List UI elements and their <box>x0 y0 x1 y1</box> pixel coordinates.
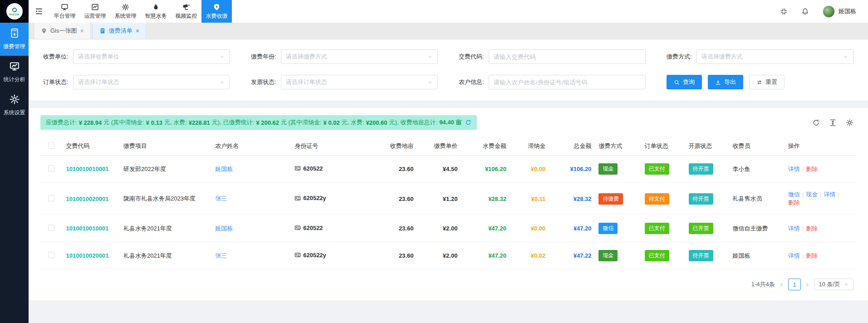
row-checkbox[interactable] <box>48 252 54 258</box>
filter-select[interactable]: 请选择缴费方式 <box>281 49 438 64</box>
page-number-button[interactable]: 1 <box>788 279 801 290</box>
action-link[interactable]: 现金 <box>806 191 818 198</box>
action-delete[interactable]: 删除 <box>806 166 818 172</box>
nav-item[interactable]: 平台管理 <box>49 0 80 23</box>
action-separator: | <box>820 191 821 198</box>
download-button[interactable]: 导出 <box>708 75 743 89</box>
refresh-summary-icon[interactable] <box>465 119 471 126</box>
action-delete[interactable]: 删除 <box>806 252 818 259</box>
column-header: 总金额 <box>549 137 595 156</box>
tab[interactable]: Gis一张图× <box>34 23 91 39</box>
filter-select[interactable]: 请选择订单状态 <box>73 75 230 89</box>
row-checkbox[interactable] <box>48 225 54 231</box>
summary-segment: ¥ 0.02 <box>324 119 340 126</box>
filter-field: 发票状态:请选择订单状态 <box>251 75 438 89</box>
late-fee-value: ¥0.00 <box>531 166 546 172</box>
action-link[interactable]: 详情 <box>788 252 800 259</box>
search-button[interactable]: 查询 <box>667 75 702 89</box>
filter-select[interactable]: 请选择订单状态 <box>281 75 438 89</box>
area-value: 23.60 <box>399 252 414 259</box>
farmer-name-link[interactable]: 姬国栋 <box>215 225 233 232</box>
sidebar-item[interactable]: 缴费管理 <box>0 23 29 56</box>
id-card-icon <box>294 225 301 231</box>
logo-swirl-icon <box>11 7 18 13</box>
fullscreen-icon[interactable] <box>780 8 788 15</box>
select-all-checkbox[interactable] <box>48 142 54 149</box>
sidebar-item[interactable]: 统计分析 <box>0 56 29 89</box>
close-icon[interactable]: × <box>136 27 139 34</box>
unit-price-value: ¥1.20 <box>443 196 458 202</box>
reset-button[interactable]: 重置 <box>749 75 785 89</box>
chevron-down-icon <box>843 54 848 60</box>
filter-label: 交费代码: <box>459 53 484 61</box>
logo-circle: RIEON <box>6 3 23 20</box>
row-checkbox[interactable] <box>48 165 54 171</box>
nav-item[interactable]: 智慧水务 <box>141 0 171 23</box>
filter-input[interactable] <box>489 75 646 89</box>
water-amount-value: ¥47.20 <box>488 252 506 259</box>
farmer-name-link[interactable]: 张三 <box>215 195 227 202</box>
collector-name: 微信自主缴费 <box>733 225 768 232</box>
row-checkbox[interactable] <box>48 195 54 201</box>
action-link[interactable]: 详情 <box>824 191 836 198</box>
total-amount-value: ¥47.22 <box>574 252 592 259</box>
filter-label: 发票状态: <box>251 78 276 86</box>
select-placeholder: 请选择订单状态 <box>286 78 327 86</box>
order-status-badge: 已支付 <box>645 163 669 175</box>
payment-code-link[interactable]: 1010010010001 <box>66 166 108 172</box>
column-header: 交费代码 <box>62 137 119 156</box>
sidebar-item-label: 缴费管理 <box>1 43 28 50</box>
filter-select[interactable]: 请选择缴费方式 <box>696 49 853 64</box>
refresh-table-icon[interactable] <box>812 119 820 127</box>
action-link[interactable]: 详情 <box>788 225 800 232</box>
project-name: 礼县水务2021年度 <box>123 225 172 232</box>
nav-item[interactable]: 视频监控 <box>171 0 201 23</box>
sidebar: RIEON 缴费管理统计分析系统设置 <box>0 0 29 323</box>
gear-icon <box>9 94 20 105</box>
payment-code-link[interactable]: 1010010020001 <box>66 196 108 202</box>
next-page-button[interactable]: › <box>806 280 809 289</box>
page-size-select[interactable]: 10 条/页 <box>814 279 853 290</box>
column-settings-icon[interactable] <box>846 119 853 127</box>
summary-segment: 94.40 亩 <box>439 118 461 127</box>
table-row: 1010010020001陇南市礼县水务局2023年度张三620522y23.6… <box>40 183 856 215</box>
camera-icon <box>182 3 190 11</box>
area-value: 23.60 <box>399 196 414 202</box>
user-menu[interactable]: 姬国栋 <box>823 5 856 18</box>
sidebar-item[interactable]: 系统设置 <box>0 89 29 122</box>
payment-code-link[interactable]: 1010010020001 <box>66 252 108 259</box>
column-header: 身份证号 <box>291 137 376 156</box>
logo-text: RIEON <box>10 13 20 16</box>
summary-segment: 元 (其中滞纳金: <box>281 118 322 127</box>
action-delete[interactable]: 删除 <box>788 199 800 206</box>
bell-icon[interactable] <box>801 8 809 15</box>
summary-segment: 元, 水费: <box>164 118 187 127</box>
close-icon[interactable]: × <box>80 27 84 34</box>
tab-label: Gis一张图 <box>50 27 77 35</box>
action-delete[interactable]: 删除 <box>806 225 818 232</box>
filter-input[interactable] <box>489 49 646 64</box>
nav-item[interactable]: 运营管理 <box>80 0 110 23</box>
nav-item-label: 平台管理 <box>54 12 76 20</box>
id-card-cell: 620522y <box>294 195 326 201</box>
collapse-menu-button[interactable] <box>29 0 49 23</box>
farmer-name-link[interactable]: 姬国栋 <box>215 166 233 172</box>
filter-select[interactable]: 请选择收费单位 <box>73 49 230 64</box>
select-placeholder: 请选择收费单位 <box>78 53 119 61</box>
summary-segment: ¥ 228.94 <box>79 119 102 126</box>
farmer-name-link[interactable]: 张三 <box>215 252 227 259</box>
table-row: 1010010020001礼县水务2021年度张三620522y23.60¥2.… <box>40 242 856 269</box>
action-link[interactable]: 详情 <box>788 166 800 172</box>
area-value: 23.60 <box>399 225 414 232</box>
density-icon[interactable] <box>829 119 837 127</box>
prev-page-button[interactable]: ‹ <box>780 280 783 289</box>
nav-item[interactable]: 系统管理 <box>110 0 141 23</box>
nav-item[interactable]: 水费收缴 <box>201 0 232 23</box>
map-icon <box>41 28 47 34</box>
action-link[interactable]: 微信 <box>788 191 800 198</box>
collector-name: 姬国栋 <box>733 252 750 259</box>
column-header: 水费金额 <box>461 137 510 156</box>
payment-code-link[interactable]: 1010010010001 <box>66 225 108 232</box>
tab[interactable]: 缴费清单× <box>93 23 146 39</box>
order-status-badge: 待支付 <box>645 193 669 205</box>
